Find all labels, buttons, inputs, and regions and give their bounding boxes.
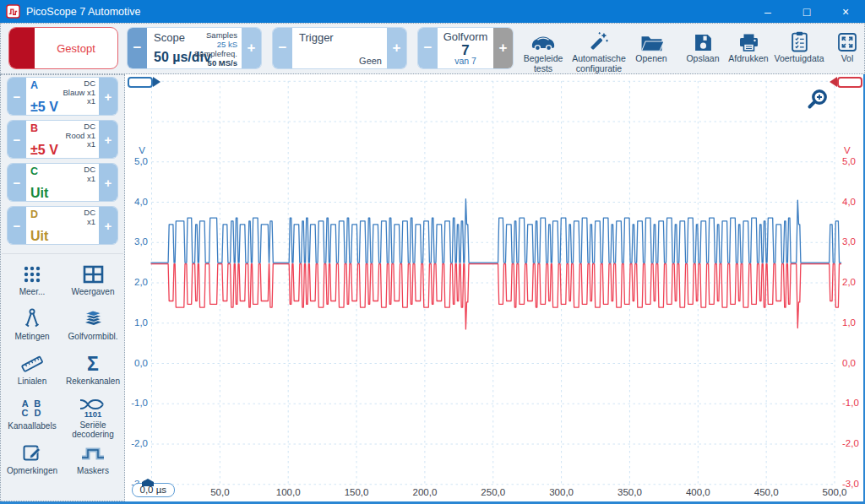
y-tick-right: 3,0: [839, 236, 864, 247]
waveform-library-button[interactable]: Golfvormbibl.: [63, 305, 123, 350]
guided-tests-label: Begeleide tests: [517, 54, 569, 73]
y-tick-right: -2,0: [839, 438, 864, 448]
rulers-button[interactable]: Linialen: [2, 350, 63, 394]
y-tick-right: -1,0: [839, 398, 864, 408]
waveform-buffer-panel[interactable]: − Golfvorm 7 van 7 +: [417, 27, 514, 69]
printer-icon: [738, 28, 759, 52]
channel-c-card[interactable]: − C DC x1 Uit +: [7, 163, 118, 202]
channel-a-decrease-button[interactable]: −: [8, 78, 26, 115]
car-icon: [530, 28, 557, 52]
y-tick-right: 0,0: [839, 358, 864, 368]
close-button[interactable]: ×: [826, 0, 865, 23]
vehicle-data-button[interactable]: Voertuigdata: [772, 28, 826, 73]
y-axis-right[interactable]: V 5,04,03,02,01,00,0-1,0-2,0-3,0: [839, 74, 864, 501]
y-tick-left: 2,0: [125, 277, 150, 287]
open-button[interactable]: Openen: [630, 28, 672, 73]
masks-label: Maskers: [77, 466, 109, 475]
guided-tests-button[interactable]: Begeleide tests: [517, 28, 569, 73]
fullscreen-button[interactable]: Vol: [830, 28, 865, 73]
channel-d-increase-button[interactable]: +: [99, 207, 117, 244]
channel-b-offset-arrow-icon: [830, 77, 837, 87]
timebase-panel[interactable]: − Scope 50 µs/div Samples 25 kS Samplefr…: [127, 27, 262, 69]
channel-labels-icon: A BC D: [22, 396, 43, 420]
y-tick-left: 4,0: [125, 197, 150, 207]
y-axis-left[interactable]: V 5,04,03,02,01,00,0-1,0-2,0-3,0: [125, 74, 150, 501]
channel-labels-label: Kanaallabels: [8, 421, 56, 431]
y-tick-left: 5,0: [125, 156, 150, 166]
y-tick-right: 4,0: [839, 197, 864, 207]
serial-decoding-button[interactable]: 1101 Seriële decodering: [63, 394, 123, 439]
rulers-label: Linialen: [18, 377, 46, 386]
channel-d-attenuation: x1: [87, 217, 95, 226]
stop-start-button[interactable]: Gestopt: [8, 27, 118, 69]
more-button[interactable]: Meer...: [2, 260, 63, 305]
channel-b-increase-button[interactable]: +: [99, 121, 117, 158]
timebase-increase-button[interactable]: +: [242, 28, 261, 68]
waveform-count: van 7: [438, 56, 493, 66]
math-channels-label: Rekenkanalen: [66, 377, 120, 386]
magic-wand-icon: [588, 28, 610, 52]
channel-a-offset-marker[interactable]: [128, 77, 153, 88]
trigger-increase-button[interactable]: +: [387, 28, 406, 68]
y-tick-right: 5,0: [839, 156, 864, 166]
timebase-decrease-button[interactable]: −: [128, 28, 147, 68]
minimize-button[interactable]: –: [748, 0, 787, 23]
channel-c-attenuation: x1: [87, 174, 95, 183]
channel-sidebar: − A DC Blauw x1 x1 ±5 V + − B DC Rood x1…: [0, 74, 125, 501]
tools-grid: Meer... Weergaven: [2, 253, 123, 484]
notes-button[interactable]: Opmerkingen: [2, 439, 63, 484]
measurements-button[interactable]: Metingen: [2, 305, 63, 350]
app-logo-icon: [6, 4, 20, 19]
maximize-button[interactable]: □: [787, 0, 826, 23]
channel-d-range: Uit: [30, 229, 48, 244]
channel-c-range: Uit: [30, 186, 48, 201]
channel-a-card[interactable]: − A DC Blauw x1 x1 ±5 V +: [7, 77, 118, 116]
channel-a-coupling: DC: [84, 79, 95, 88]
waveform-next-button[interactable]: +: [493, 28, 513, 68]
channel-b-offset-marker[interactable]: [837, 77, 862, 88]
channel-c-increase-button[interactable]: +: [99, 164, 117, 201]
trigger-decrease-button[interactable]: −: [273, 28, 292, 68]
channel-b-coupling: DC: [84, 122, 95, 131]
channel-d-decrease-button[interactable]: −: [8, 207, 26, 244]
channel-c-decrease-button[interactable]: −: [8, 164, 26, 201]
measurements-label: Metingen: [14, 332, 49, 341]
expand-icon: [837, 28, 857, 52]
y-tick-left: 1,0: [125, 317, 150, 328]
print-button[interactable]: Afdrukken: [725, 28, 772, 73]
auto-setup-button[interactable]: Automatische configuratie: [569, 28, 628, 73]
channel-b-letter: B: [30, 122, 38, 134]
main-toolbar: Gestopt − Scope 50 µs/div Samples 25 kS …: [0, 23, 865, 74]
save-button[interactable]: Opslaan: [681, 28, 725, 73]
channel-d-card[interactable]: − D DC x1 Uit +: [7, 206, 118, 245]
y-axis-right-unit: V: [839, 145, 864, 155]
channel-a-increase-button[interactable]: +: [99, 78, 117, 115]
channel-b-decrease-button[interactable]: −: [8, 121, 26, 158]
save-icon: [694, 28, 713, 52]
channel-a-probe: Blauw x1: [63, 88, 95, 97]
ruler-icon: [21, 351, 43, 376]
waveform-library-icon: [82, 306, 105, 331]
samplerate-value: 50 MS/s: [208, 58, 237, 68]
channel-b-range: ±5 V: [30, 143, 58, 158]
trigger-panel[interactable]: − Trigger Geen +: [272, 27, 407, 69]
waveform-canvas[interactable]: [125, 74, 863, 501]
math-channels-button[interactable]: Σ Rekenkanalen: [63, 350, 123, 394]
channel-a-range: ±5 V: [30, 100, 58, 115]
channel-b-card[interactable]: − B DC Rood x1 x1 ±5 V +: [7, 120, 118, 159]
waveform-label: Golfvorm: [438, 30, 493, 43]
masks-button[interactable]: Maskers: [63, 439, 123, 484]
views-icon: [83, 262, 104, 286]
channel-b-probe: Rood x1: [66, 131, 95, 140]
channel-c-letter: C: [30, 165, 38, 177]
samplerate-label: Samplefreq.: [194, 49, 237, 58]
scope-view[interactable]: V 5,04,03,02,01,00,0-1,0-2,0-3,0 V 5,04,…: [125, 74, 863, 501]
channel-labels-button[interactable]: A BC D Kanaallabels: [2, 394, 63, 439]
channel-a-attenuation: x1: [87, 96, 95, 106]
waveform-library-label: Golfvormbibl.: [68, 332, 118, 341]
y-tick-left: 0,0: [125, 358, 150, 368]
zoom-overview-icon[interactable]: [806, 88, 830, 111]
views-button[interactable]: Weergaven: [63, 260, 123, 305]
waveform-previous-button[interactable]: −: [418, 28, 438, 68]
channel-d-coupling: DC: [84, 208, 95, 217]
